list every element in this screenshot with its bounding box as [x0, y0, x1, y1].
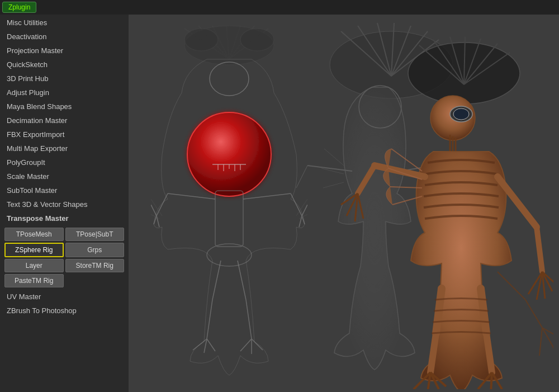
svg-line-102 [498, 272, 525, 300]
svg-line-35 [238, 261, 246, 300]
viewport[interactable] [129, 15, 559, 392]
pastetm-rig-button[interactable]: PasteTM Rig [4, 274, 64, 287]
creature-front-view [151, 26, 307, 378]
zsphere-rig-button[interactable]: ZSphere Rig [4, 243, 64, 257]
svg-line-31 [207, 300, 212, 339]
storetm-rig-button[interactable]: StoreTM Rig [65, 259, 125, 272]
transpose-master-grid: TPoseMesh TPose|SubT ZSphere Rig Grps La… [0, 225, 129, 290]
sidebar-item-projection-master[interactable]: Projection Master [0, 44, 129, 58]
creature-container [129, 15, 559, 392]
topbar: Zplugin [0, 0, 559, 15]
sidebar-item-multi-map-exporter[interactable]: Multi Map Exporter [0, 141, 129, 155]
svg-line-54 [296, 166, 307, 188]
tposemesh-button[interactable]: TPoseMesh [4, 228, 64, 241]
sidebar-item-adjust-plugin[interactable]: Adjust Plugin [0, 86, 129, 100]
sidebar: Misc Utilities Deactivation Projection M… [0, 15, 129, 392]
svg-point-9 [240, 29, 274, 51]
sidebar-item-quicksketch[interactable]: QuickSketch [0, 58, 129, 72]
sidebar-item-maya-blend-shapes[interactable]: Maya Blend Shapes [0, 100, 129, 114]
svg-line-34 [207, 339, 215, 351]
svg-point-8 [184, 29, 218, 51]
svg-line-57 [324, 149, 344, 166]
svg-line-39 [252, 339, 263, 350]
sidebar-item-scale-master[interactable]: Scale Master [0, 169, 129, 183]
svg-rect-18 [215, 191, 243, 247]
sidebar-item-decimation-master[interactable]: Decimation Master [0, 114, 129, 127]
tpose-subt-button[interactable]: TPose|SubT [65, 228, 125, 241]
svg-line-81 [537, 227, 542, 272]
svg-point-10 [210, 62, 249, 96]
transpose-master-label: Transpose Master [0, 211, 129, 225]
creature-side-view [291, 20, 553, 389]
sidebar-item-deactivation[interactable]: Deactivation [0, 30, 129, 44]
svg-line-30 [212, 261, 221, 300]
sidebar-item-3d-print-hub[interactable]: 3D Print Hub [0, 72, 129, 86]
main-area: Misc Utilities Deactivation Projection M… [0, 15, 559, 392]
sidebar-item-fbx-exportimport[interactable]: FBX ExportImport [0, 127, 129, 141]
sidebar-item-text-3d[interactable]: Text 3D & Vector Shapes [0, 197, 129, 211]
svg-line-100 [491, 372, 492, 389]
sidebar-item-subtool-master[interactable]: SubTool Master [0, 183, 129, 197]
layer-button[interactable]: Layer [4, 259, 64, 272]
svg-line-37 [240, 339, 252, 351]
svg-line-103 [525, 300, 542, 328]
svg-line-36 [246, 300, 252, 339]
svg-line-20 [168, 193, 215, 199]
sidebar-item-zbrush-to-photoshop[interactable]: ZBrush To Photoshop [0, 304, 129, 318]
sidebar-item-uv-master[interactable]: UV Master [0, 290, 129, 304]
zplugin-menu-button[interactable]: Zplugin [2, 2, 36, 13]
svg-line-59 [323, 182, 344, 188]
grps-button[interactable]: Grps [65, 243, 125, 257]
sidebar-item-misc-utilities[interactable]: Misc Utilities [0, 16, 129, 30]
svg-line-25 [243, 193, 291, 199]
svg-line-104 [539, 328, 542, 356]
sidebar-item-polygroupit[interactable]: PolyGroupIt [0, 155, 129, 169]
svg-point-19 [207, 244, 252, 266]
svg-point-70 [453, 108, 469, 120]
